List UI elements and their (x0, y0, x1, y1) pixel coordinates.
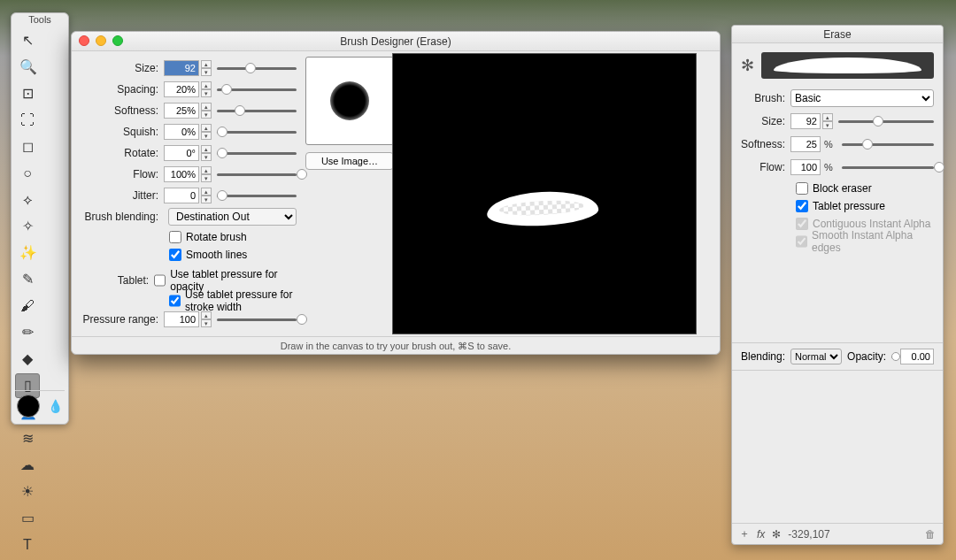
size-field[interactable] (164, 60, 199, 76)
ep-flow-slider[interactable] (842, 162, 934, 173)
gradient-icon: ▭ (19, 510, 35, 526)
smooth-lines-checkbox[interactable] (169, 249, 181, 261)
squish-field[interactable] (164, 124, 199, 140)
squish-row: Squish:▴▾ (81, 122, 297, 142)
tool-freehand-select[interactable]: ✧ (15, 214, 40, 239)
softness-field[interactable] (164, 103, 199, 119)
ep-tablet-label: Tablet pressure (813, 200, 885, 212)
rotate-label: Rotate: (81, 147, 164, 159)
ep-block-checkbox[interactable] (796, 182, 808, 195)
pressure-range-stepper[interactable]: ▴▾ (201, 311, 212, 327)
tool-brush[interactable]: 🖌 (15, 294, 40, 318)
gear-icon[interactable]: ✻ (741, 56, 754, 75)
brush-blending-label: Brush blending: (81, 211, 164, 223)
rotate-stepper[interactable]: ▴▾ (201, 145, 212, 161)
tool-gradient[interactable]: ▭ (15, 506, 40, 531)
spacing-stepper[interactable]: ▴▾ (201, 81, 212, 97)
ep-brush-select[interactable]: Basic (790, 89, 934, 107)
ep-size-row: Size:▴▾ (741, 111, 934, 132)
tool-lasso[interactable]: ⟡ (15, 188, 40, 212)
minimize-icon[interactable] (96, 35, 106, 46)
zoom-icon[interactable] (112, 35, 123, 46)
tablet-opacity-checkbox[interactable] (154, 274, 166, 287)
eyedropper-icon[interactable]: 💧 (48, 399, 63, 413)
ep-flow-field[interactable] (790, 159, 821, 175)
ep-tablet-row: Tablet pressure (796, 197, 934, 215)
foreground-color-swatch[interactable] (17, 395, 40, 418)
tool-rect-select[interactable]: ◻ (15, 134, 40, 159)
ep-size-stepper[interactable]: ▴▾ (822, 113, 833, 129)
blending-select[interactable]: Normal (790, 349, 842, 364)
rotate-slider[interactable] (217, 148, 297, 158)
tool-text[interactable]: T (15, 533, 40, 557)
add-icon[interactable]: ＋ (739, 526, 750, 541)
tool-zoom[interactable]: 🔍 (15, 55, 40, 80)
brush-settings: Size:▴▾Spacing:▴▾Softness:▴▾Squish:▴▾Rot… (72, 51, 302, 336)
tool-sun[interactable]: ☀ (15, 479, 40, 504)
tablet-stroke-checkbox[interactable] (169, 295, 181, 307)
flow-label: Flow: (81, 168, 164, 180)
jitter-field[interactable] (164, 188, 199, 203)
fx-icon[interactable]: fx (757, 528, 765, 541)
ep-size-field[interactable] (790, 113, 821, 129)
tool-transform[interactable]: ⛶ (15, 108, 40, 133)
brush-preview (305, 57, 394, 145)
tools-footer: 💧 (15, 390, 65, 420)
flow-slider[interactable] (217, 169, 297, 180)
ep-softness-label: Softness: (741, 138, 790, 150)
jitter-stepper[interactable]: ▴▾ (201, 188, 212, 203)
fill-icon: ◆ (19, 351, 35, 367)
opacity-slider[interactable] (891, 352, 895, 361)
dialog-titlebar[interactable]: Brush Designer (Erase) (72, 32, 720, 51)
squish-slider[interactable] (217, 127, 297, 137)
size-stepper[interactable]: ▴▾ (201, 60, 212, 76)
wand-icon: ✨ (19, 245, 35, 261)
jitter-slider[interactable] (217, 190, 297, 201)
ep-softness-field[interactable] (790, 136, 821, 152)
rotate-brush-checkbox[interactable] (169, 231, 181, 243)
tool-pen[interactable]: ✏ (15, 320, 40, 345)
softness-stepper[interactable]: ▴▾ (201, 103, 212, 119)
tool-ellipse-select[interactable]: ○ (15, 161, 40, 186)
opacity-field[interactable] (900, 349, 934, 364)
pressure-range-slider[interactable] (217, 314, 297, 325)
brush-blending-select[interactable]: Destination Out (168, 208, 297, 226)
ep-flow-label: Flow: (741, 161, 790, 173)
squish-stepper[interactable]: ▴▾ (201, 124, 212, 140)
rotate-field[interactable] (164, 145, 199, 161)
tool-pencil[interactable]: ✎ (15, 267, 40, 292)
ep-size-slider[interactable] (838, 116, 934, 127)
spacing-slider[interactable] (217, 84, 297, 95)
tool-smudge[interactable]: ≋ (15, 426, 40, 451)
tablet-row: Tablet: Use tablet pressure for opacity (81, 271, 297, 290)
tool-cloud[interactable]: ☁ (15, 453, 40, 478)
trash-icon[interactable]: 🗑 (925, 528, 936, 541)
tools-palette: Tools ↖🔍⊡⛶◻○⟡✧✨✎🖌✏◆▯👤≋☁☀▭T✒╱▭○☆⇧ 💧 (11, 12, 69, 425)
flow-stepper[interactable]: ▴▾ (201, 166, 212, 182)
tool-crop[interactable]: ⊡ (15, 81, 40, 106)
text-icon: T (19, 537, 35, 553)
ep-size-label: Size: (741, 115, 790, 127)
tool-wand[interactable]: ✨ (15, 241, 40, 265)
ep-tablet-checkbox[interactable] (796, 200, 808, 212)
brush-designer-dialog: Brush Designer (Erase) Size:▴▾Spacing:▴▾… (71, 31, 721, 355)
softness-slider[interactable] (217, 105, 297, 116)
ep-softness-row: Softness:% (741, 134, 934, 155)
ep-block-row: Block eraser (796, 180, 934, 197)
brush-canvas-preview[interactable] (392, 53, 697, 334)
ep-softness-unit: % (824, 139, 833, 150)
gear-dropdown-icon[interactable]: ✻ (772, 528, 781, 541)
tool-fill[interactable]: ◆ (15, 347, 40, 372)
ep-smooth-checkbox[interactable] (796, 235, 807, 248)
spacing-field[interactable] (164, 81, 199, 97)
brush-stroke-swatch[interactable] (761, 52, 934, 79)
ep-softness-slider[interactable] (842, 139, 934, 150)
close-icon[interactable] (79, 35, 89, 46)
ep-contig-checkbox[interactable] (796, 218, 808, 230)
size-slider[interactable] (217, 63, 297, 73)
tool-move[interactable]: ↖ (15, 28, 40, 53)
flow-field[interactable] (164, 166, 199, 182)
pressure-range-field[interactable] (164, 311, 199, 327)
use-image-button[interactable]: Use Image… (305, 152, 394, 170)
tools-grid: ↖🔍⊡⛶◻○⟡✧✨✎🖌✏◆▯👤≋☁☀▭T✒╱▭○☆⇧ (12, 27, 68, 560)
